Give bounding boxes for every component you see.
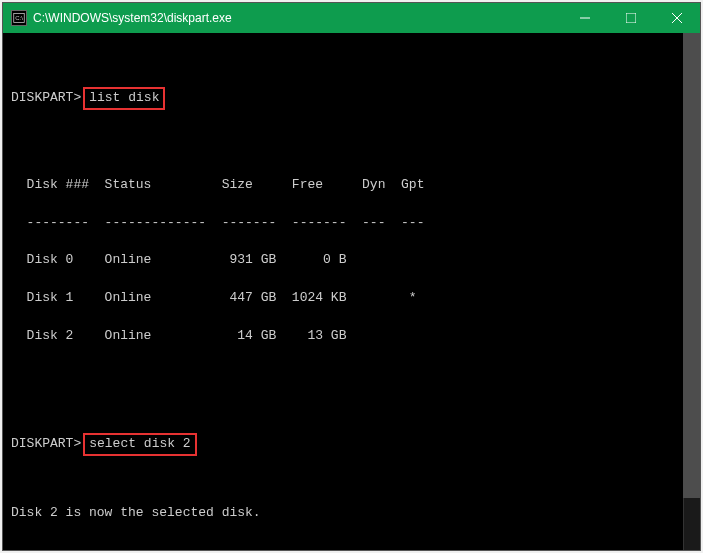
disk-row-0: Disk 0 Online 931 GB 0 B — [11, 251, 692, 270]
window-title: C:\WINDOWS\system32\diskpart.exe — [33, 11, 232, 25]
prompt: DISKPART> — [11, 435, 81, 454]
svg-rect-3 — [626, 13, 636, 23]
titlebar-buttons — [562, 3, 700, 33]
disk-row-1: Disk 1 Online 447 GB 1024 KB * — [11, 289, 692, 308]
command-select-disk: select disk 2 — [83, 433, 196, 456]
scrollbar-thumb[interactable] — [683, 33, 700, 498]
console-window: C:\ C:\WINDOWS\system32\diskpart.exe DIS… — [2, 2, 701, 551]
prompt-line-2: DISKPART> select disk 2 — [11, 433, 692, 456]
titlebar[interactable]: C:\ C:\WINDOWS\system32\diskpart.exe — [3, 3, 700, 33]
select-disk-output: Disk 2 is now the selected disk. — [11, 504, 692, 523]
maximize-button[interactable] — [608, 3, 654, 33]
svg-text:C:\: C:\ — [15, 15, 23, 21]
close-button[interactable] — [654, 3, 700, 33]
disk-row-2: Disk 2 Online 14 GB 13 GB — [11, 327, 692, 346]
minimize-button[interactable] — [562, 3, 608, 33]
prompt-line-1: DISKPART> list disk — [11, 87, 692, 110]
command-list-disk: list disk — [83, 87, 165, 110]
scrollbar[interactable] — [683, 33, 700, 550]
terminal-area[interactable]: DISKPART> list disk Disk ### Status Size… — [3, 33, 700, 550]
disk-table: Disk ### Status Size Free Dyn Gpt ------… — [11, 157, 692, 383]
prompt: DISKPART> — [11, 89, 81, 108]
disk-divider: -------- ------------- ------- ------- -… — [11, 214, 692, 233]
app-icon: C:\ — [11, 10, 27, 26]
disk-header: Disk ### Status Size Free Dyn Gpt — [11, 176, 692, 195]
titlebar-left: C:\ C:\WINDOWS\system32\diskpart.exe — [11, 10, 232, 26]
